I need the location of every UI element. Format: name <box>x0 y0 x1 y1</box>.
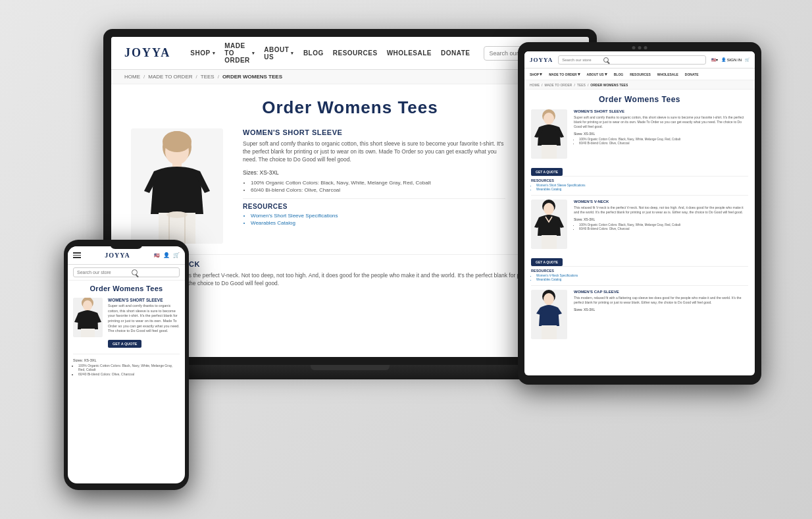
tablet-cap-sleeve-text: This modern, relaxed fit with a flatteri… <box>574 296 748 305</box>
tablet-bc-sep3: / <box>588 83 588 87</box>
nav-blog[interactable]: BLOG <box>303 49 324 57</box>
phone-bullet: 100% Organic Cotton Colors: Black, Navy,… <box>78 364 180 371</box>
phone-notch <box>110 242 143 249</box>
tablet-nav-made-to-order[interactable]: MADE TO ORDER <box>549 72 580 77</box>
laptop-short-sleeve-section: WOMEN'S SHORT SLEEVE Super soft and comf… <box>131 128 569 244</box>
tablet-resource-link[interactable]: Women's V-Neck Specifications <box>536 274 748 277</box>
phone-short-sleeve-section: WOMEN'S SHORT SLEEVE Super soft and comf… <box>73 298 180 354</box>
phone-flag[interactable]: 🇺🇸 <box>154 253 160 258</box>
phone-screen: JOYYA 🇺🇸 👤 🛒 Order Womens Tees <box>68 246 185 483</box>
nav-shop[interactable]: SHOP <box>190 49 215 57</box>
laptop-v-neck-desc-text: This relaxed fit V-neck is the perfect V… <box>131 272 569 288</box>
tablet-resources-links: Women's Short Sleeve Specifications Wear… <box>531 184 748 191</box>
tablet-resource-link[interactable]: Wearables Catalog <box>536 278 748 281</box>
tablet-camera <box>632 46 647 49</box>
tablet-cart[interactable]: 🛒 <box>745 57 749 62</box>
bullet-item: 100% Organic Cotton Colors: Black, Navy,… <box>251 180 505 186</box>
tablet-resource-link[interactable]: Women's Short Sleeve Specifications <box>536 184 748 187</box>
tablet-status-dot2 <box>644 46 647 49</box>
tablet-bullet: 100% Organic Cotton Colors: Black, Navy,… <box>579 223 748 227</box>
laptop-short-sleeve-title: WOMEN'S SHORT SLEEVE <box>243 128 505 136</box>
breadcrumb-tees[interactable]: TEES <box>201 74 215 80</box>
laptop-short-sleeve-image <box>131 128 223 244</box>
tablet-search-box[interactable] <box>558 55 706 65</box>
tablet-short-sleeve-text: Super soft and comfy thanks to organic c… <box>574 115 748 129</box>
tablet-flag: 🇺🇸▾ <box>711 57 718 62</box>
resource-link[interactable]: Wearables Catalog <box>251 220 505 226</box>
tablet-bc-sep2: / <box>574 83 574 87</box>
tablet-short-sleeve-quote-btn[interactable]: GET A QUOTE <box>531 168 563 176</box>
svg-point-3 <box>163 131 191 152</box>
tablet-resources-label: RESOURCES <box>531 176 748 182</box>
laptop-short-sleeve-resources-label: RESOURCES <box>243 198 505 210</box>
tablet-v-neck-resources-links: Women's V-Neck Specifications Wearables … <box>531 274 748 281</box>
phone-short-sleeve-quote-btn[interactable]: GET A QUOTE <box>108 340 141 348</box>
tablet-breadcrumb: HOME / MADE TO ORDER / TEES / ORDER WOME… <box>524 80 755 90</box>
svg-rect-28 <box>81 329 95 337</box>
tablet-v-neck-quote-btn[interactable]: GET A QUOTE <box>531 258 563 266</box>
tablet-short-sleeve-section: WOMEN'S SHORT SLEEVE Super soft and comf… <box>531 109 748 159</box>
tablet-short-sleeve-bullets: 100% Organic Cotton Colors: Black, Navy,… <box>579 138 748 145</box>
phone-nav: JOYYA 🇺🇸 👤 🛒 <box>68 246 185 265</box>
nav-about-us[interactable]: ABOUT US <box>264 46 294 61</box>
phone-search-icon <box>132 269 138 275</box>
phone-cart-icon[interactable]: 🛒 <box>173 252 180 258</box>
tablet-bullet: 100% Organic Cotton Colors: Black, Navy,… <box>579 138 748 141</box>
svg-rect-13 <box>542 145 557 159</box>
tablet-cap-sleeve-section: WOMEN'S CAP SLEEVE This modern, relaxed … <box>531 290 748 339</box>
tablet-v-neck-text: This relaxed fit V-neck is the perfect V… <box>574 205 748 215</box>
tablet-bc-home[interactable]: HOME <box>530 83 540 87</box>
breadcrumb-home[interactable]: HOME <box>124 74 140 80</box>
hamburger-icon[interactable] <box>73 252 81 258</box>
tablet-cap-sleeve-image <box>531 290 567 339</box>
resource-link[interactable]: Women's Short Sleeve Specifications <box>251 213 505 219</box>
tablet-v-neck-section: WOMEN'S V-NECK This relaxed fit V-neck i… <box>531 200 748 249</box>
nav-donate[interactable]: DONATE <box>441 49 470 57</box>
phone-search-input[interactable] <box>77 270 130 275</box>
nav-made-to-order[interactable]: MADE TO ORDER <box>224 42 255 64</box>
breadcrumb-sep1: / <box>143 74 145 80</box>
nav-wholesale[interactable]: WHOLESALE <box>387 49 432 57</box>
bullet-item: 60/40 Bi-blend Colors: Olive, Charcoal <box>251 187 505 193</box>
phone-short-sleeve-bullets: 100% Organic Cotton Colors: Black, Navy,… <box>78 364 180 376</box>
breadcrumb-current: ORDER WOMENS TEES <box>222 74 282 80</box>
tablet-nav-blog[interactable]: BLOG <box>614 72 623 76</box>
phone-short-sleeve-image <box>73 298 103 337</box>
tablet-bc-sep1: / <box>542 83 542 87</box>
laptop-short-sleeve-desc: WOMEN'S SHORT SLEEVE Super soft and comf… <box>243 128 505 244</box>
tablet-nav-resources[interactable]: RESOURCES <box>630 72 651 76</box>
phone-short-sleeve-desc: WOMEN'S SHORT SLEEVE Super soft and comf… <box>108 298 180 350</box>
tablet-bc-tees[interactable]: TEES <box>577 83 586 87</box>
tablet-bc-mto[interactable]: MADE TO ORDER <box>544 83 572 87</box>
phone-search-row <box>68 265 185 281</box>
phone-short-sleeve-text: Super soft and comfy thanks to organic c… <box>108 304 180 334</box>
laptop-logo: JOYYA <box>124 46 170 60</box>
tablet-nav-donate[interactable]: DONATE <box>685 72 699 76</box>
tablet-nav-wholesale[interactable]: WHOLESALE <box>657 72 678 76</box>
nav-resources[interactable]: RESOURCES <box>333 49 378 57</box>
tablet-account[interactable]: 👤 SIGN IN <box>721 57 742 62</box>
phone-account-icon[interactable]: 👤 <box>163 252 170 258</box>
laptop-page-title: Order Womens Tees <box>131 97 569 118</box>
tablet-v-neck-desc: WOMEN'S V-NECK This relaxed fit V-neck i… <box>574 200 748 249</box>
tablet-nav: JOYYA 🇺🇸▾ 👤 SIGN IN 🛒 <box>524 51 755 68</box>
phone-device: JOYYA 🇺🇸 👤 🛒 Order Womens Tees <box>64 240 189 490</box>
breadcrumb-sep2: / <box>196 74 197 80</box>
tablet-divider <box>531 195 748 196</box>
phone-bullet: 60/40 Bi-blend Colors: Olive, Charcoal <box>78 372 180 376</box>
tablet-page-title: Order Womens Tees <box>531 95 748 104</box>
svg-rect-18 <box>542 235 557 249</box>
tablet-resource-link[interactable]: Wearables Catalog <box>536 188 748 191</box>
hamburger-line1 <box>73 252 81 254</box>
tablet-nav-shop[interactable]: SHOP <box>530 72 542 77</box>
laptop-short-sleeve-sizes: Sizes: XS-3XL <box>243 169 505 176</box>
breadcrumb-sep3: / <box>218 74 219 80</box>
breadcrumb-made-to-order[interactable]: MADE TO ORDER <box>148 74 192 80</box>
phone-search-box[interactable] <box>73 267 180 277</box>
laptop-short-sleeve-bullets: 100% Organic Cotton Colors: Black, Navy,… <box>251 180 505 193</box>
tablet-short-sleeve-sizes: Sizes: XS-3XL <box>574 132 748 136</box>
phone-content: WOMEN'S SHORT SLEEVE Super soft and comf… <box>68 295 185 379</box>
laptop-nav-items: SHOP MADE TO ORDER ABOUT US BLOG RESOURC… <box>190 42 470 64</box>
tablet-nav-about-us[interactable]: ABOUT US <box>587 72 607 77</box>
tablet-search-input[interactable] <box>562 58 601 62</box>
